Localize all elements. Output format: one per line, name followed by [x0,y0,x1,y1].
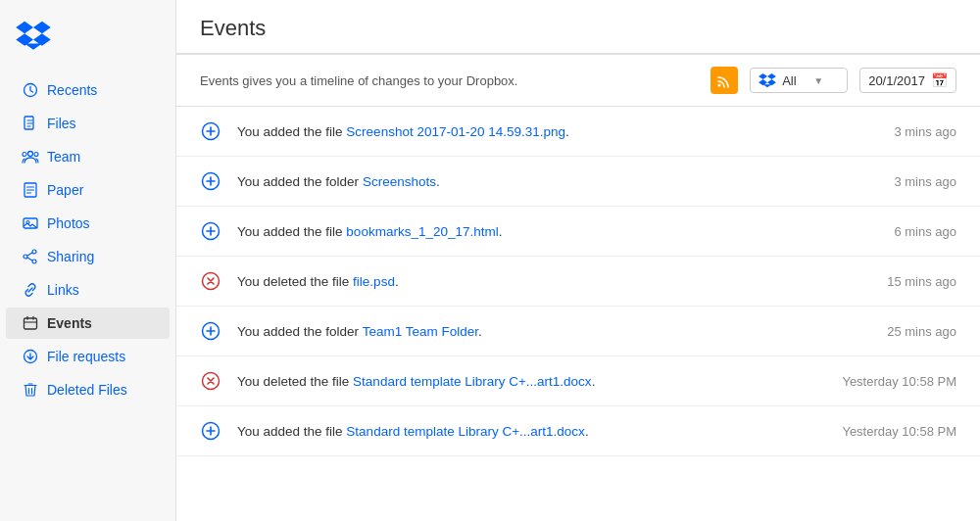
event-text: You deleted the file file.psd. [237,274,833,289]
event-row: You deleted the file file.psd.15 mins ag… [176,257,980,307]
event-text: You added the folder Screenshots. [237,174,833,189]
team-icon [22,148,39,166]
photos-icon [22,214,39,232]
event-link[interactable]: Screenshot 2017-01-20 14.59.31.png [346,124,565,139]
sidebar-item-files-label: Files [47,116,76,131]
events-list: You added the file Screenshot 2017-01-20… [176,107,980,521]
sidebar-item-sharing[interactable]: Sharing [6,241,170,272]
sidebar-item-recents-label: Recents [47,82,97,98]
sidebar-item-sharing-label: Sharing [47,249,94,264]
svg-point-9 [32,260,36,263]
sidebar-item-recents[interactable]: Recents [6,74,170,106]
paper-icon [22,181,39,199]
file-requests-icon [22,348,39,365]
sidebar-item-files[interactable]: Files [6,108,170,139]
dropbox-logo [16,20,51,51]
event-time: 25 mins ago [849,324,956,339]
event-time: 3 mins ago [849,174,956,189]
event-link[interactable]: Screenshots [363,174,436,189]
event-row: You added the file bookmarks_1_20_17.htm… [176,207,980,257]
svg-rect-11 [24,318,37,329]
svg-point-2 [28,152,33,157]
file-icon [22,115,39,132]
sidebar-item-paper[interactable]: Paper [6,174,170,206]
event-time: 15 mins ago [849,274,956,289]
toolbar-description: Events gives you a timeline of changes t… [200,73,699,88]
event-row: You added the folder Screenshots.3 mins … [176,157,980,207]
add-icon [200,120,221,142]
sidebar-item-events-label: Events [47,315,92,331]
event-time: 6 mins ago [849,224,956,239]
sidebar-item-file-requests[interactable]: File requests [6,341,170,372]
svg-point-8 [32,250,36,254]
event-link[interactable]: Standard template Library C+...art1.docx [346,424,585,439]
svg-point-10 [24,255,27,259]
delete-icon [200,270,221,292]
sidebar-item-deleted-files-label: Deleted Files [47,382,127,398]
event-link[interactable]: file.psd [353,274,395,289]
page-header: Events [176,0,980,55]
sidebar-item-paper-label: Paper [47,182,83,198]
clock-icon [22,81,39,99]
event-time: 3 mins ago [849,124,956,139]
date-label: 20/1/2017 [868,73,925,88]
svg-point-13 [718,84,721,87]
filter-dropdown[interactable]: All ▼ [750,68,848,93]
events-icon [22,314,39,332]
add-icon [200,320,221,342]
sidebar-item-file-requests-label: File requests [47,349,125,364]
sidebar-item-photos[interactable]: Photos [6,208,170,239]
rss-icon [716,72,732,88]
main-content: Events Events gives you a timeline of ch… [176,0,980,521]
event-text: You added the file bookmarks_1_20_17.htm… [237,224,833,239]
add-icon [200,420,221,442]
calendar-icon: 📅 [931,72,948,88]
event-link[interactable]: Team1 Team Folder [363,324,478,339]
sidebar-item-links[interactable]: Links [6,274,170,306]
event-time: Yesterday 10:58 PM [842,374,956,389]
dropbox-filter-icon [759,72,776,88]
event-time: Yesterday 10:58 PM [842,424,956,439]
sidebar-item-photos-label: Photos [47,215,90,231]
event-row: You deleted the file Standard template L… [176,356,980,406]
sidebar-item-events[interactable]: Events [6,308,170,339]
rss-button[interactable] [710,67,738,94]
event-link[interactable]: Standard template Library C+...art1.docx [353,374,592,389]
sharing-icon [22,248,39,265]
sidebar-item-team-label: Team [47,149,80,165]
sidebar-item-links-label: Links [47,282,79,298]
deleted-files-icon [22,381,39,399]
event-row: You added the file Screenshot 2017-01-20… [176,107,980,157]
event-text: You added the folder Team1 Team Folder. [237,324,833,339]
svg-point-4 [34,153,38,157]
event-row: You added the folder Team1 Team Folder.2… [176,307,980,356]
sidebar: Recents Files Team Paper Photos Sharing [0,0,176,521]
sidebar-item-team[interactable]: Team [6,141,170,172]
logo-area [0,12,175,73]
date-filter[interactable]: 20/1/2017 📅 [859,68,956,93]
event-text: You added the file Screenshot 2017-01-20… [237,124,833,139]
links-icon [22,281,39,299]
svg-point-3 [23,153,26,157]
add-icon [200,170,221,192]
filter-label: All [782,73,808,88]
sidebar-item-deleted-files[interactable]: Deleted Files [6,374,170,405]
chevron-down-icon: ▼ [813,75,839,86]
toolbar: Events gives you a timeline of changes t… [176,55,980,107]
event-row: You added the file Standard template Lib… [176,406,980,456]
delete-icon [200,370,221,392]
event-text: You deleted the file Standard template L… [237,374,826,389]
page-title: Events [200,16,956,41]
add-icon [200,220,221,242]
event-link[interactable]: bookmarks_1_20_17.html [346,224,498,239]
event-text: You added the file Standard template Lib… [237,424,826,439]
